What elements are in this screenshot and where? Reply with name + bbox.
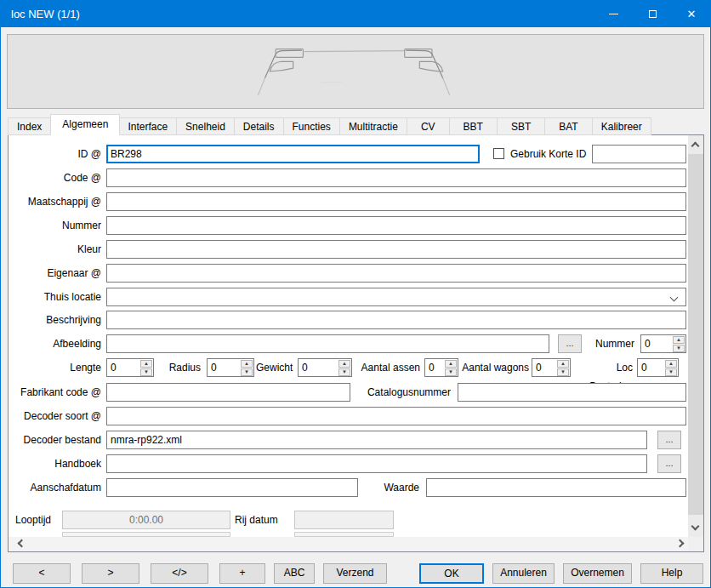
loc-besturing-label: Loc Besturing <box>572 358 633 377</box>
kleur-label: Kleur <box>9 240 101 259</box>
loco-sketch-image <box>212 35 501 110</box>
id-row: ID @ Gebruik Korte ID <box>9 145 703 163</box>
spin-down-icon[interactable]: ▼ <box>140 368 152 376</box>
gewicht-spinner[interactable]: 0 ▲▼ <box>298 358 352 377</box>
beschrijving-label: Beschrijving <box>9 311 101 329</box>
tab-cv[interactable]: CV <box>407 117 450 135</box>
annuleren-button[interactable]: Annuleren <box>492 563 555 584</box>
spin-up-icon[interactable]: ▲ <box>140 360 152 368</box>
spin-down-icon[interactable]: ▼ <box>673 345 685 352</box>
loc-properties-dialog: loc NEW (1/1) ✕ Index <box>0 0 711 588</box>
spinner-value: 0 <box>107 359 139 376</box>
titlebar[interactable]: loc NEW (1/1) ✕ <box>0 0 711 27</box>
loc-besturing-spinner[interactable]: 0 ▲▼ <box>637 358 679 377</box>
afbeelding-browse-button[interactable]: ... <box>558 334 582 353</box>
beschrijving-input[interactable] <box>106 311 686 329</box>
scroll-right-icon[interactable] <box>676 539 685 548</box>
spin-up-icon[interactable]: ▲ <box>241 360 253 368</box>
tab-details[interactable]: Details <box>235 117 284 135</box>
spin-up-icon[interactable]: ▲ <box>338 360 350 368</box>
aantal-assen-label: Aantal assen <box>361 358 420 377</box>
kleur-row: Kleur <box>9 240 703 259</box>
vertical-scrollbar[interactable] <box>688 135 703 537</box>
aantal-wagons-label: Aantal wagons <box>461 358 529 377</box>
aantal-wagons-spinner[interactable]: 0 ▲▼ <box>532 358 571 377</box>
scroll-up-icon[interactable] <box>691 142 700 151</box>
scroll-down-icon[interactable] <box>691 522 700 531</box>
spin-down-icon[interactable]: ▼ <box>241 368 253 376</box>
tab-bbt[interactable]: BBT <box>450 117 498 135</box>
scroll-left-icon[interactable] <box>18 539 26 548</box>
maatschappij-input[interactable] <box>106 192 686 211</box>
fabrikant-code-label: Fabrikant code @ <box>9 383 101 402</box>
spin-down-icon[interactable]: ▼ <box>445 368 457 376</box>
abc-button[interactable]: ABC <box>274 563 315 584</box>
tab-snelheid[interactable]: Snelheid <box>177 117 235 135</box>
prev-loc-button[interactable]: < <box>13 563 71 584</box>
spin-down-icon[interactable]: ▼ <box>557 368 569 376</box>
fabrikant-code-input[interactable] <box>106 383 350 402</box>
afbeelding-nummer-label: Nummer <box>592 334 634 353</box>
spinner-value: 0 <box>638 359 664 376</box>
spin-up-icon[interactable]: ▲ <box>445 360 457 368</box>
decoder-bestand-browse-button[interactable]: ... <box>657 431 681 449</box>
minimize-icon <box>609 14 618 14</box>
aanschafdatum-label: Aanschafdatum <box>9 478 101 497</box>
catalogusnummer-input[interactable] <box>458 383 686 402</box>
spin-down-icon[interactable]: ▼ <box>338 368 350 376</box>
korte-id-checkbox[interactable] <box>493 148 504 159</box>
close-button[interactable]: ✕ <box>672 0 711 27</box>
verzend-button[interactable]: Verzend <box>323 563 387 584</box>
waarde-input[interactable] <box>426 478 686 497</box>
tab-index[interactable]: Index <box>8 117 51 135</box>
vertical-scrollbar-thumb[interactable] <box>688 154 703 515</box>
help-button[interactable]: Help <box>640 563 703 584</box>
tab-kalibreer[interactable]: Kalibreer <box>593 117 651 135</box>
aanschafdatum-input[interactable] <box>106 478 358 497</box>
looptijd-label: Looptijd <box>15 511 62 529</box>
kleur-input[interactable] <box>106 240 686 259</box>
maatschappij-row: Maatschappij @ <box>9 192 703 211</box>
thuis-locatie-combobox[interactable] <box>106 288 686 306</box>
lengte-spinner[interactable]: 0 ▲▼ <box>106 358 154 377</box>
handboek-browse-button[interactable]: ... <box>657 454 681 473</box>
nummer-input[interactable] <box>106 216 686 235</box>
tab-functies[interactable]: Functies <box>284 117 340 135</box>
spin-up-icon[interactable]: ▲ <box>557 360 569 368</box>
minimize-button[interactable] <box>594 0 633 27</box>
afbeelding-input[interactable] <box>106 334 549 353</box>
handboek-input[interactable] <box>106 454 647 473</box>
afbeelding-row: Afbeelding ... Nummer 0 ▲▼ <box>9 334 703 353</box>
code-input[interactable] <box>106 168 686 187</box>
decoder-bestand-input[interactable] <box>106 431 647 449</box>
code-row: Code @ <box>9 168 703 187</box>
aantal-assen-spinner[interactable]: 0 ▲▼ <box>424 358 458 377</box>
overnemen-button[interactable]: Overnemen <box>563 563 632 584</box>
spin-down-icon[interactable]: ▼ <box>665 368 677 376</box>
decoder-soort-input[interactable] <box>106 407 686 425</box>
tab-algemeen[interactable]: Algemeen <box>50 114 120 135</box>
tab-bat[interactable]: BAT <box>545 117 592 135</box>
rij-datum-input <box>294 511 394 529</box>
tab-multitractie[interactable]: Multitractie <box>340 117 407 135</box>
tab-sbt[interactable]: SBT <box>498 117 545 135</box>
eigenaar-input[interactable] <box>106 264 686 283</box>
algemeen-tab-panel: ID @ Gebruik Korte ID Code @ Maatschappi… <box>8 134 704 552</box>
ok-button[interactable]: OK <box>419 563 484 584</box>
add-button[interactable]: + <box>219 563 265 584</box>
waarde-label: Waarde <box>377 478 419 497</box>
id-input[interactable] <box>106 145 480 163</box>
korte-id-input[interactable] <box>592 145 686 163</box>
afbeelding-label: Afbeelding <box>9 334 101 353</box>
horizontal-scrollbar[interactable] <box>9 537 690 551</box>
thuis-locatie-label: Thuis locatie <box>9 288 101 306</box>
xml-view-button[interactable]: </> <box>151 563 208 584</box>
afbeelding-nummer-spinner[interactable]: 0 ▲▼ <box>640 334 686 353</box>
spin-up-icon[interactable]: ▲ <box>665 360 677 368</box>
radius-spinner[interactable]: 0 ▲▼ <box>207 358 254 377</box>
spin-up-icon[interactable]: ▲ <box>673 336 685 344</box>
rij-datum-label: Rij datum <box>235 511 287 529</box>
tab-interface[interactable]: Interface <box>119 117 177 135</box>
next-loc-button[interactable]: > <box>82 563 139 584</box>
maximize-button[interactable] <box>633 0 672 27</box>
